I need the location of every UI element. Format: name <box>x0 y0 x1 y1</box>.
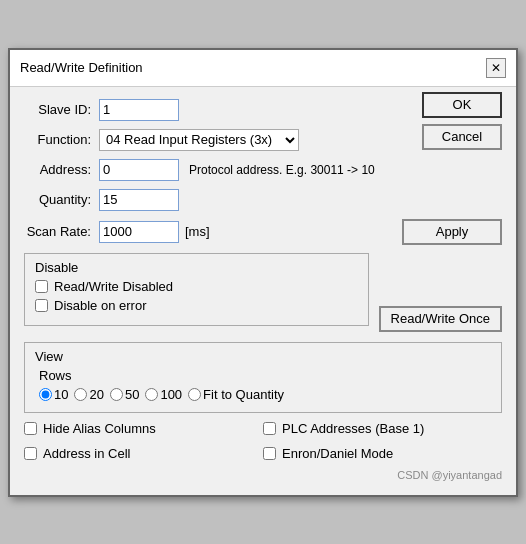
hide-alias-label: Hide Alias Columns <box>43 421 156 436</box>
radio-20-label: 20 <box>89 387 103 402</box>
enron-daniel-label: Enron/Daniel Mode <box>282 446 393 461</box>
plc-addresses-row: PLC Addresses (Base 1) <box>263 421 502 436</box>
address-row: Address: Protocol address. E.g. 30011 ->… <box>24 159 502 181</box>
quantity-input[interactable] <box>99 189 179 211</box>
enron-daniel-checkbox[interactable] <box>263 447 276 460</box>
address-in-cell-row: Address in Cell <box>24 446 263 461</box>
view-group: View Rows 10 20 50 100 <box>24 342 502 413</box>
close-button[interactable]: ✕ <box>486 58 506 78</box>
disable-on-error-checkbox[interactable] <box>35 299 48 312</box>
dialog-title: Read/Write Definition <box>20 60 143 75</box>
ok-button[interactable]: OK <box>422 92 502 118</box>
radio-fit-label: Fit to Quantity <box>203 387 284 402</box>
apply-button[interactable]: Apply <box>402 219 502 245</box>
disable-on-error-row: Disable on error <box>35 298 358 313</box>
radio-fit: Fit to Quantity <box>188 387 284 402</box>
address-in-cell-label: Address in Cell <box>43 446 130 461</box>
disable-on-error-label: Disable on error <box>54 298 147 313</box>
cancel-button[interactable]: Cancel <box>422 124 502 150</box>
disable-group: Disable Read/Write Disabled Disable on e… <box>24 253 369 326</box>
radio-50-input[interactable] <box>110 388 123 401</box>
bottom-checks: Hide Alias Columns PLC Addresses (Base 1… <box>24 421 502 465</box>
enron-daniel-row: Enron/Daniel Mode <box>263 446 502 461</box>
radio-fit-input[interactable] <box>188 388 201 401</box>
radio-10-label: 10 <box>54 387 68 402</box>
radio-10-input[interactable] <box>39 388 52 401</box>
rw-once-button[interactable]: Read/Write Once <box>379 306 502 332</box>
scan-rate-row: Scan Rate: [ms] Apply <box>24 219 502 245</box>
plc-addresses-label: PLC Addresses (Base 1) <box>282 421 424 436</box>
radio-50-label: 50 <box>125 387 139 402</box>
rw-disabled-label: Read/Write Disabled <box>54 279 173 294</box>
address-hint: Protocol address. E.g. 30011 -> 10 <box>189 163 375 177</box>
scan-rate-input[interactable] <box>99 221 179 243</box>
slave-id-input[interactable] <box>99 99 179 121</box>
radio-100-input[interactable] <box>145 388 158 401</box>
rw-disabled-checkbox[interactable] <box>35 280 48 293</box>
function-label: Function: <box>24 132 99 147</box>
radio-100: 100 <box>145 387 182 402</box>
address-label: Address: <box>24 162 99 177</box>
right-buttons-panel: OK Cancel <box>422 92 502 150</box>
radio-20-input[interactable] <box>74 388 87 401</box>
title-bar: Read/Write Definition ✕ <box>10 50 516 87</box>
function-select[interactable]: 04 Read Input Registers (3x) 01 Read Coi… <box>99 129 299 151</box>
address-in-cell-checkbox[interactable] <box>24 447 37 460</box>
quantity-label: Quantity: <box>24 192 99 207</box>
hide-alias-checkbox[interactable] <box>24 422 37 435</box>
radio-100-label: 100 <box>160 387 182 402</box>
hide-alias-row: Hide Alias Columns <box>24 421 263 436</box>
rows-legend: Rows <box>35 368 491 383</box>
view-legend: View <box>35 349 491 364</box>
radio-10: 10 <box>39 387 68 402</box>
scan-rate-unit: [ms] <box>185 224 210 239</box>
scan-rate-label: Scan Rate: <box>24 224 99 239</box>
watermark: CSDN @yiyantangad <box>24 469 502 481</box>
radio-50: 50 <box>110 387 139 402</box>
plc-addresses-checkbox[interactable] <box>263 422 276 435</box>
rw-disabled-row: Read/Write Disabled <box>35 279 358 294</box>
disable-legend: Disable <box>35 260 358 275</box>
rows-radio-group: 10 20 50 100 Fit to Quantity <box>35 387 491 402</box>
rw-definition-dialog: Read/Write Definition ✕ OK Cancel Slave … <box>8 48 518 497</box>
slave-id-label: Slave ID: <box>24 102 99 117</box>
radio-20: 20 <box>74 387 103 402</box>
address-input[interactable] <box>99 159 179 181</box>
quantity-row: Quantity: <box>24 189 502 211</box>
